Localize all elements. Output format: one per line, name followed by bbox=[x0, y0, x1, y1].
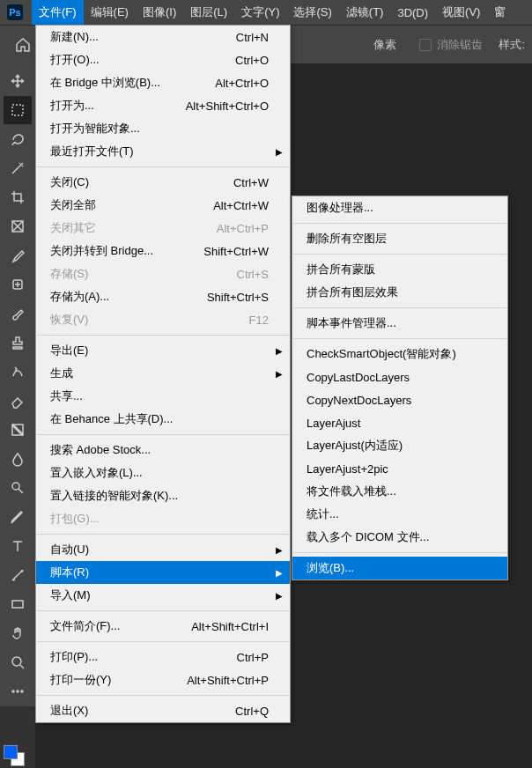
tool-gradient[interactable] bbox=[4, 416, 32, 444]
scripts-item-0[interactable]: 图像处理器... bbox=[292, 196, 507, 219]
menu-6[interactable]: 滤镜(T) bbox=[339, 0, 391, 25]
menu-item-label: LayerAjust bbox=[307, 417, 486, 430]
file-item-21[interactable]: 置入嵌入对象(L)... bbox=[36, 462, 290, 484]
scripts-item-14[interactable]: LayerAjust+2pic bbox=[292, 457, 507, 480]
submenu-arrow-icon: ▶ bbox=[276, 545, 283, 555]
file-item-27[interactable]: 导入(M)▶ bbox=[36, 584, 290, 607]
tool-zoom[interactable] bbox=[4, 648, 32, 676]
scripts-item-10[interactable]: CopyLastDocLayers bbox=[292, 366, 507, 388]
file-item-10[interactable]: 关闭并转到 Bridge...Shift+Ctrl+W bbox=[36, 240, 290, 262]
tool-hand[interactable] bbox=[4, 619, 32, 647]
menu-item-label: 导入(M) bbox=[50, 587, 269, 603]
menu-9[interactable]: 窗 bbox=[487, 0, 513, 25]
file-item-16[interactable]: 生成▶ bbox=[36, 362, 290, 385]
tool-move[interactable] bbox=[4, 67, 32, 95]
tool-rect[interactable] bbox=[4, 590, 32, 618]
menu-7[interactable]: 3D(D) bbox=[390, 0, 435, 25]
menu-item-label: 关闭其它 bbox=[50, 220, 217, 236]
foreground-color[interactable] bbox=[4, 745, 18, 759]
file-item-2[interactable]: 在 Bridge 中浏览(B)...Alt+Ctrl+O bbox=[36, 71, 290, 94]
menu-item-label: 导出(E) bbox=[50, 343, 269, 358]
file-item-22[interactable]: 置入链接的智能对象(K)... bbox=[36, 484, 290, 507]
file-item-34[interactable]: 退出(X)Ctrl+Q bbox=[36, 699, 290, 722]
file-separator bbox=[37, 335, 289, 336]
file-item-3[interactable]: 打开为...Alt+Shift+Ctrl+O bbox=[36, 94, 290, 117]
tool-brush[interactable] bbox=[4, 299, 32, 328]
menu-item-label: 在 Behance 上共享(D)... bbox=[50, 411, 269, 427]
scripts-item-5[interactable]: 拼合所有图层效果 bbox=[292, 281, 507, 304]
menu-5[interactable]: 选择(S) bbox=[286, 0, 338, 25]
tool-history[interactable] bbox=[4, 358, 32, 386]
menu-item-label: 拼合所有蒙版 bbox=[307, 262, 486, 277]
tool-stamp[interactable] bbox=[4, 329, 32, 357]
scripts-item-2[interactable]: 删除所有空图层 bbox=[292, 227, 507, 250]
scripts-item-11[interactable]: CopyNextDocLayers bbox=[292, 388, 507, 411]
menu-1[interactable]: 编辑(E) bbox=[84, 0, 136, 25]
scripts-item-9[interactable]: CheckSmartObject(智能对象) bbox=[292, 343, 507, 366]
menu-item-label: 置入链接的智能对象(K)... bbox=[50, 488, 269, 504]
file-item-25[interactable]: 自动(U)▶ bbox=[36, 538, 290, 561]
menu-item-label: 共享... bbox=[50, 388, 269, 404]
tool-eraser[interactable] bbox=[4, 387, 32, 415]
file-item-0[interactable]: 新建(N)...Ctrl+N bbox=[36, 26, 290, 48]
file-menu: 新建(N)...Ctrl+N打开(O)...Ctrl+O在 Bridge 中浏览… bbox=[35, 25, 291, 723]
scripts-item-13[interactable]: LayerAjust(内适应) bbox=[292, 434, 507, 457]
menu-item-label: 脚本(R) bbox=[50, 565, 269, 580]
menu-item-label: 打包(G)... bbox=[50, 511, 269, 527]
menu-2[interactable]: 图像(I) bbox=[136, 0, 183, 25]
menu-0[interactable]: 文件(F) bbox=[32, 0, 84, 25]
menu-item-shortcut: Ctrl+P bbox=[237, 651, 269, 664]
tool-crop[interactable] bbox=[4, 183, 32, 211]
menu-4[interactable]: 文字(Y) bbox=[234, 0, 286, 25]
file-item-7[interactable]: 关闭(C)Ctrl+W bbox=[36, 171, 290, 194]
file-item-32[interactable]: 打印一份(Y)Alt+Shift+Ctrl+P bbox=[36, 668, 290, 691]
tool-frame[interactable] bbox=[4, 212, 32, 240]
menu-item-label: CheckSmartObject(智能对象) bbox=[307, 346, 486, 362]
tool-pen[interactable] bbox=[4, 503, 32, 531]
scripts-item-7[interactable]: 脚本事件管理器... bbox=[292, 312, 507, 335]
scripts-item-17[interactable]: 载入多个 DICOM 文件... bbox=[292, 526, 507, 549]
menu-8[interactable]: 视图(V) bbox=[435, 0, 487, 25]
file-item-1[interactable]: 打开(O)...Ctrl+O bbox=[36, 48, 290, 71]
scripts-item-15[interactable]: 将文件载入堆栈... bbox=[292, 480, 507, 503]
scripts-submenu: 图像处理器...删除所有空图层拼合所有蒙版拼合所有图层效果脚本事件管理器...C… bbox=[292, 196, 508, 580]
file-item-29[interactable]: 文件简介(F)...Alt+Shift+Ctrl+I bbox=[36, 615, 290, 638]
file-item-12[interactable]: 存储为(A)...Shift+Ctrl+S bbox=[36, 285, 290, 308]
scripts-item-19[interactable]: 浏览(B)... bbox=[292, 557, 507, 580]
file-item-4[interactable]: 打开为智能对象... bbox=[36, 117, 290, 140]
file-separator bbox=[37, 534, 289, 535]
scripts-item-4[interactable]: 拼合所有蒙版 bbox=[292, 258, 507, 281]
tool-type[interactable] bbox=[4, 532, 32, 560]
file-item-5[interactable]: 最近打开文件(T)▶ bbox=[36, 140, 290, 163]
tool-more[interactable] bbox=[4, 677, 32, 705]
tool-dodge[interactable] bbox=[4, 474, 32, 502]
color-swatch[interactable] bbox=[4, 745, 25, 766]
file-item-20[interactable]: 搜索 Adobe Stock... bbox=[36, 439, 290, 462]
svg-point-6 bbox=[12, 657, 21, 666]
tool-blur[interactable] bbox=[4, 445, 32, 473]
file-item-26[interactable]: 脚本(R)▶ bbox=[36, 561, 290, 584]
scripts-item-12[interactable]: LayerAjust bbox=[292, 411, 507, 434]
tool-lasso[interactable] bbox=[4, 125, 32, 153]
scripts-separator bbox=[293, 307, 506, 308]
menu-item-label: CopyLastDocLayers bbox=[307, 371, 486, 384]
tool-wand[interactable] bbox=[4, 154, 32, 182]
antialias-checkbox[interactable] bbox=[419, 39, 432, 51]
toolbar bbox=[0, 63, 35, 706]
tool-path[interactable] bbox=[4, 561, 32, 589]
tool-eyedrop[interactable] bbox=[4, 241, 32, 270]
menu-3[interactable]: 图层(L) bbox=[183, 0, 234, 25]
file-item-23: 打包(G)... bbox=[36, 507, 290, 530]
scripts-item-16[interactable]: 统计... bbox=[292, 503, 507, 526]
file-item-17[interactable]: 共享... bbox=[36, 385, 290, 408]
file-item-8[interactable]: 关闭全部Alt+Ctrl+W bbox=[36, 194, 290, 217]
tool-heal[interactable] bbox=[4, 270, 32, 299]
menu-item-label: 浏览(B)... bbox=[307, 560, 486, 576]
menu-item-shortcut: F12 bbox=[249, 314, 269, 327]
home-icon[interactable] bbox=[7, 29, 39, 61]
file-item-15[interactable]: 导出(E)▶ bbox=[36, 339, 290, 362]
menu-item-label: 最近打开文件(T) bbox=[50, 144, 269, 159]
tool-marquee[interactable] bbox=[4, 96, 32, 124]
file-item-31[interactable]: 打印(P)...Ctrl+P bbox=[36, 646, 290, 668]
file-item-18[interactable]: 在 Behance 上共享(D)... bbox=[36, 408, 290, 431]
